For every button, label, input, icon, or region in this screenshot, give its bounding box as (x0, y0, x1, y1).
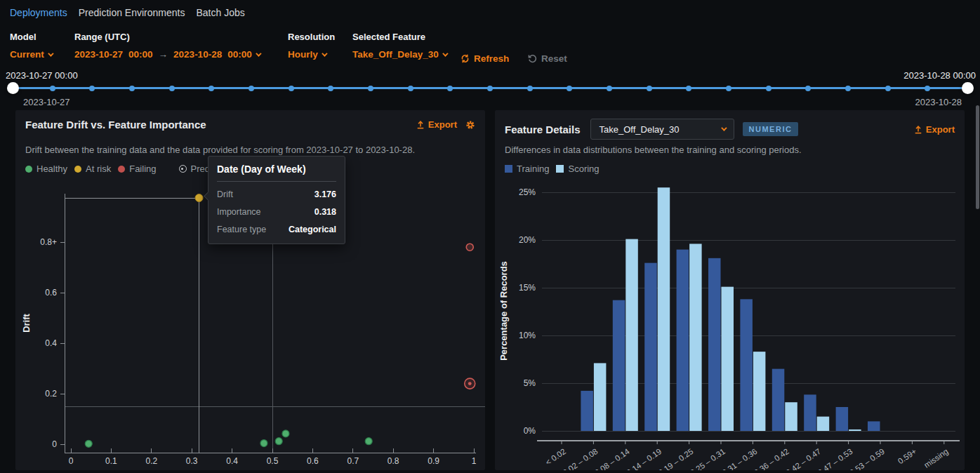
tick-label: 10% (519, 331, 536, 340)
legend-square-icon (556, 165, 564, 173)
slider-hour-tick (50, 86, 55, 91)
training-bar[interactable] (868, 421, 880, 431)
range-select[interactable]: 2023-10-27 00:00 → 2023-10-28 00:00 (74, 49, 260, 60)
scoring-bar[interactable] (849, 429, 861, 431)
reset-button[interactable]: Reset (528, 53, 567, 64)
gear-icon (465, 120, 475, 130)
slider-track[interactable] (13, 87, 967, 89)
tick-label: 0 (52, 439, 57, 449)
scoring-bar[interactable] (625, 239, 638, 431)
category-label: 0.59+ (896, 447, 918, 466)
drift-legend: HealthyAt riskFailingPrediction (25, 164, 238, 174)
category-label: 0.53 – 0.59 (848, 447, 886, 470)
range-end-date: 2023-10-28 (173, 49, 222, 60)
feature-panel-header: Feature Details Take_Off_Delay_30 NUMERI… (495, 110, 965, 140)
slider-handle-start[interactable] (7, 82, 19, 94)
resolution-select[interactable]: Hourly (288, 49, 335, 60)
tooltip-rows: Drift3.176Importance0.318Feature typeCat… (217, 189, 336, 234)
tick-label: 0.8+ (40, 237, 57, 247)
tick-label: 0 (69, 456, 74, 466)
training-bar[interactable] (581, 391, 593, 431)
feature-export-button[interactable]: Export (914, 124, 955, 135)
drift-panel-description: Drift between the training data and the … (25, 145, 475, 155)
nav-item-deployments[interactable]: Deployments (10, 7, 67, 18)
settings-gear-button[interactable] (465, 120, 475, 130)
category-label: 0.19 – 0.25 (657, 447, 695, 470)
scatter-point-healthy[interactable] (260, 440, 267, 447)
time-range-slider: 2023-10-27 00:00 2023-10-28 00:00 2023-1… (0, 67, 980, 110)
category-label: missing (922, 447, 950, 469)
legend-item-failing[interactable]: Failing (118, 164, 156, 174)
refresh-button[interactable]: Refresh (461, 53, 509, 64)
tick-label: 0.2 (45, 389, 57, 399)
nav-item-prediction-environments[interactable]: Prediction Environments (79, 7, 185, 18)
legend-square-icon (505, 165, 512, 173)
slider-hour-tick (368, 86, 373, 91)
feature-select-dropdown[interactable]: Take_Off_Delay_30 (590, 119, 734, 140)
model-select[interactable]: Current (10, 49, 52, 60)
slider-hour-tick (328, 86, 333, 91)
legend-item-at-risk[interactable]: At risk (74, 164, 111, 174)
drift-panel: Feature Drift vs. Feature Importance Exp… (15, 110, 485, 470)
training-bar[interactable] (772, 369, 785, 431)
feature-panel-description: Differences in data distributions betwee… (505, 145, 955, 155)
category-label: 0.08 – 0.14 (593, 446, 632, 470)
slider-hour-tick (686, 86, 691, 91)
training-bar[interactable] (740, 299, 753, 431)
drift-export-button[interactable]: Export (416, 119, 457, 130)
scatter-point-failing[interactable] (466, 244, 473, 251)
legend-label: At risk (86, 164, 111, 174)
legend-label: Scoring (568, 164, 599, 174)
selected-feature-select[interactable]: Take_Off_Delay_30 (352, 49, 446, 60)
slider-hour-tick (208, 86, 214, 91)
scoring-bar[interactable] (722, 287, 734, 431)
scoring-bar[interactable] (817, 417, 830, 431)
range-end-time: 00:00 (227, 49, 252, 60)
training-bar[interactable] (836, 407, 849, 431)
slider-hour-tick (169, 86, 175, 91)
selected-feature-filter: Selected Feature Take_Off_Delay_30 (352, 32, 446, 60)
category-label: 0.02 – 0.08 (562, 447, 600, 470)
tick-label: 0.4 (45, 338, 57, 348)
slider-hour-tick (607, 86, 612, 91)
slider-hour-tick (447, 86, 453, 91)
resolution-label: Resolution (288, 32, 335, 42)
slider-handle-end[interactable] (962, 82, 974, 94)
scoring-bar[interactable] (689, 244, 702, 431)
legend-item-healthy[interactable]: Healthy (25, 164, 67, 174)
training-bar[interactable] (708, 258, 721, 431)
feature-legend: TrainingScoring (505, 164, 607, 174)
scatter-point-healthy[interactable] (365, 438, 372, 445)
scoring-bar[interactable] (658, 187, 670, 431)
tick-label: 25% (519, 187, 536, 197)
scatter-point-healthy[interactable] (282, 430, 289, 437)
scrollbar-thumb[interactable] (976, 105, 979, 209)
legend-ring-icon (179, 165, 187, 173)
tooltip-row-drift: Drift3.176 (217, 189, 336, 199)
category-label: < 0.02 (544, 447, 567, 467)
scoring-bar[interactable] (753, 352, 766, 431)
nav-item-batch-jobs[interactable]: Batch Jobs (196, 7, 244, 18)
chevron-down-icon (442, 51, 448, 56)
category-label: 0.36 – 0.42 (753, 447, 790, 470)
legend-item-scoring[interactable]: Scoring (556, 164, 599, 174)
tick-label: 0.3 (186, 456, 198, 466)
chevron-down-icon (322, 51, 327, 56)
scatter-point-at-risk[interactable] (195, 194, 203, 202)
scoring-bar[interactable] (785, 402, 797, 431)
training-bar[interactable] (804, 394, 816, 431)
category-label: 0.31 – 0.36 (721, 447, 759, 470)
scoring-bar[interactable] (594, 363, 607, 431)
legend-item-training[interactable]: Training (505, 164, 549, 174)
scatter-point-healthy[interactable] (85, 440, 92, 447)
slider-hour-tick (647, 86, 652, 91)
training-bar[interactable] (677, 250, 689, 431)
panels-row: Feature Drift vs. Feature Importance Exp… (15, 110, 965, 470)
slider-hour-tick (885, 86, 891, 91)
range-end-date-label: 2023-10-28 (915, 97, 962, 107)
training-bar[interactable] (613, 300, 625, 431)
point-tooltip: Date (Day of Week) Drift3.176Importance0… (208, 156, 345, 244)
scatter-point-healthy[interactable] (275, 438, 282, 445)
training-bar[interactable] (644, 263, 657, 431)
slider-hour-tick (289, 86, 294, 91)
